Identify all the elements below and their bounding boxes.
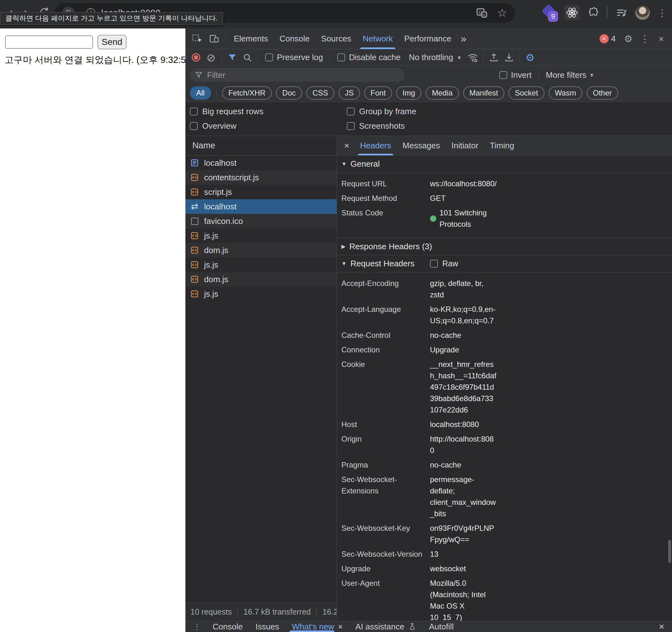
- scrollbar[interactable]: [668, 540, 671, 563]
- extensions-puzzle-icon[interactable]: [587, 7, 599, 19]
- filter-chip-css[interactable]: CSS: [306, 87, 334, 100]
- tab-timing[interactable]: Timing: [484, 136, 520, 155]
- checkbox[interactable]: [265, 53, 273, 62]
- overview-checkbox[interactable]: Overview: [190, 119, 347, 133]
- table-row[interactable]: dom.js: [185, 272, 337, 287]
- table-row-selected[interactable]: ⇄localhost: [185, 199, 337, 214]
- filter-input-wrap[interactable]: [190, 68, 404, 82]
- filter-chip-fetchxhr[interactable]: Fetch/XHR: [222, 87, 272, 100]
- group-by-frame-checkbox[interactable]: Group by frame: [347, 104, 668, 119]
- table-row[interactable]: contentscript.js: [185, 170, 337, 185]
- table-row[interactable]: script.js: [185, 185, 337, 199]
- table-row[interactable]: js.js: [185, 258, 337, 272]
- checkbox[interactable]: [347, 107, 355, 116]
- drawer-tab-issues[interactable]: Issues: [249, 621, 285, 632]
- filter-chip-font[interactable]: Font: [364, 87, 392, 100]
- clear-network-log-icon[interactable]: ⊘: [204, 51, 218, 65]
- funnel-icon: [195, 71, 202, 79]
- tab-headers[interactable]: Headers: [355, 136, 397, 155]
- table-row[interactable]: localhost: [185, 155, 337, 170]
- import-har-icon[interactable]: [487, 51, 501, 65]
- checkbox[interactable]: [190, 107, 198, 116]
- tab-console[interactable]: Console: [274, 28, 315, 49]
- drawer-tab-ai-assistance[interactable]: AI assistance: [349, 621, 423, 632]
- tab-messages[interactable]: Messages: [397, 136, 446, 155]
- invert-checkbox[interactable]: Invert: [499, 70, 531, 80]
- divider: [258, 52, 258, 63]
- filter-row: Invert More filters▾: [185, 66, 672, 84]
- bookmark-star-icon[interactable]: ☆: [497, 6, 507, 20]
- header-value: GET: [430, 193, 497, 204]
- network-conditions-icon[interactable]: [465, 51, 480, 65]
- filter-chip-js[interactable]: JS: [338, 87, 360, 100]
- react-devtools-icon[interactable]: [565, 5, 580, 20]
- error-badge[interactable]: ×4: [600, 34, 616, 44]
- raw-checkbox[interactable]: Raw: [430, 259, 497, 268]
- tab-performance[interactable]: Performance: [399, 28, 457, 49]
- checkbox[interactable]: [430, 260, 438, 268]
- send-button[interactable]: Send: [97, 35, 126, 49]
- tab-network[interactable]: Network: [357, 28, 398, 49]
- message-input[interactable]: [5, 35, 93, 49]
- header-value: gzip, deflate, br, zstd: [430, 278, 497, 300]
- more-tabs-icon[interactable]: »: [457, 33, 470, 45]
- network-settings-icon[interactable]: ⚙: [523, 51, 537, 65]
- inspect-element-icon[interactable]: [189, 31, 206, 47]
- general-section-header[interactable]: ▼General: [337, 155, 672, 173]
- search-icon[interactable]: [240, 51, 255, 65]
- profile-avatar[interactable]: [635, 5, 650, 20]
- response-headers-section-header[interactable]: ▶Response Headers (3): [337, 238, 672, 255]
- record-network-log-icon[interactable]: [189, 51, 203, 65]
- browser-menu-icon[interactable]: ⋮: [657, 7, 667, 18]
- screenshots-checkbox[interactable]: Screenshots: [347, 119, 668, 133]
- filter-chip-other[interactable]: Other: [586, 87, 618, 100]
- table-row[interactable]: js.js: [185, 287, 337, 301]
- big-request-rows-checkbox[interactable]: Big request rows: [190, 104, 347, 119]
- tab-elements[interactable]: Elements: [228, 28, 274, 49]
- network-toolbar: ⊘ Preserve log Disable cache No throttli…: [185, 49, 672, 66]
- tab-initiator[interactable]: Initiator: [446, 136, 484, 155]
- drawer-tab-autofill[interactable]: Autofill: [423, 621, 460, 632]
- drawer-menu-icon[interactable]: ⋮: [193, 622, 201, 632]
- drawer-close-icon[interactable]: ×: [654, 621, 670, 632]
- table-row[interactable]: favicon.ico: [185, 214, 337, 228]
- checkbox[interactable]: [499, 71, 507, 79]
- checkbox[interactable]: [337, 53, 345, 62]
- translate-icon[interactable]: Gx: [476, 7, 488, 19]
- divider: [238, 607, 238, 617]
- filter-input[interactable]: [207, 70, 399, 80]
- header-value: __next_hmr_refresh_hash__=11fc6daf497c18…: [430, 359, 497, 416]
- filter-chip-doc[interactable]: Doc: [276, 87, 302, 100]
- media-control-icon[interactable]: [615, 6, 628, 19]
- close-icon[interactable]: ×: [338, 622, 343, 632]
- disable-cache-checkbox[interactable]: Disable cache: [337, 52, 401, 62]
- preserve-log-checkbox[interactable]: Preserve log: [265, 52, 323, 62]
- name-column-header[interactable]: Name: [185, 136, 337, 155]
- filter-chip-socket[interactable]: Socket: [508, 87, 544, 100]
- table-row[interactable]: dom.js: [185, 243, 337, 258]
- more-filters-dropdown[interactable]: More filters▾: [546, 70, 594, 80]
- checkbox[interactable]: [190, 122, 198, 130]
- devtools-settings-icon[interactable]: ⚙: [621, 31, 636, 47]
- filter-chip-img[interactable]: Img: [396, 87, 422, 100]
- table-row[interactable]: js.js: [185, 228, 337, 243]
- devtools-menu-icon[interactable]: ⋮: [637, 31, 652, 47]
- request-headers-section-header[interactable]: ▼Request Headers Raw: [337, 255, 672, 272]
- device-toolbar-icon[interactable]: [206, 31, 223, 47]
- devtools-close-icon[interactable]: ×: [654, 31, 669, 47]
- response-headers-title: Response Headers (3): [349, 242, 432, 251]
- filter-chip-manifest[interactable]: Manifest: [463, 87, 505, 100]
- checkbox[interactable]: [347, 122, 355, 130]
- tab-sources[interactable]: Sources: [315, 28, 357, 49]
- filter-toggle-icon[interactable]: [225, 51, 240, 65]
- expanded-icon: ▼: [341, 261, 347, 267]
- drawer-tab-whats-new[interactable]: What's new×: [286, 621, 349, 632]
- extension-icon[interactable]: 9: [541, 5, 557, 21]
- drawer-tab-console[interactable]: Console: [206, 621, 249, 632]
- filter-chip-wasm[interactable]: Wasm: [549, 87, 582, 100]
- export-har-icon[interactable]: [502, 51, 517, 65]
- filter-chip-media[interactable]: Media: [426, 87, 459, 100]
- close-detail-icon[interactable]: ×: [339, 139, 354, 153]
- filter-chip-all[interactable]: All: [190, 87, 211, 100]
- throttling-dropdown[interactable]: No throttling▾: [409, 52, 461, 62]
